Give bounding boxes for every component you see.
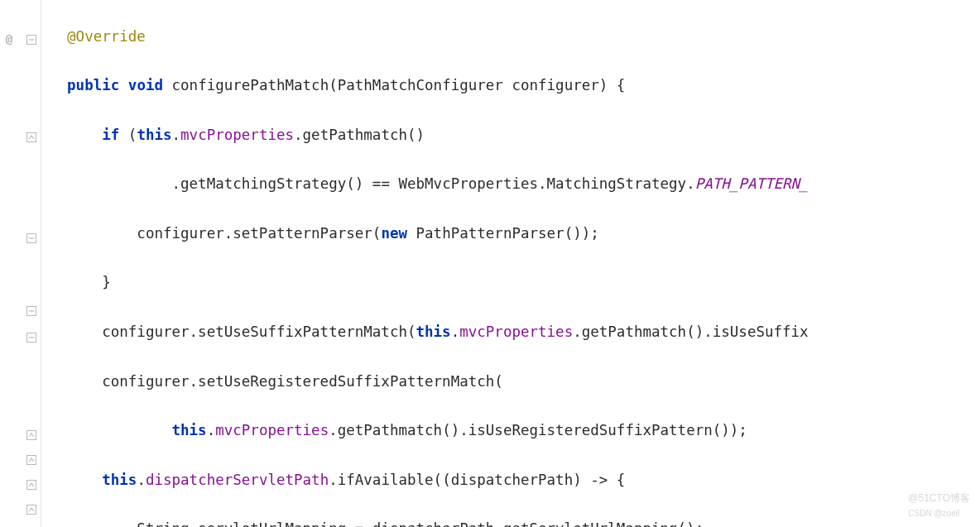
keyword: if <box>102 127 119 143</box>
keyword: new <box>381 225 407 242</box>
code-text: configurer.setPatternParser( <box>137 225 381 242</box>
svg-rect-10 <box>27 456 36 465</box>
code-line: .getMatchingStrategy() == WebMvcProperti… <box>50 172 980 197</box>
fold-marker-up[interactable] <box>26 430 38 442</box>
override-gutter-icon[interactable]: @ <box>0 30 18 50</box>
svg-rect-9 <box>27 431 36 440</box>
code-line: } <box>50 271 980 295</box>
code-editor[interactable]: @Override public void configurePathMatch… <box>50 0 980 527</box>
code-line: if (this.mvcProperties.getPathmatch() <box>50 123 980 148</box>
code-text: . <box>172 127 181 143</box>
keyword: public <box>67 77 119 93</box>
code-text: .getPathmatch() <box>294 127 425 143</box>
code-text: PathPatternParser()); <box>407 225 599 242</box>
code-text: .getMatchingStrategy() == WebMvcProperti… <box>172 175 695 192</box>
svg-rect-2 <box>27 133 36 142</box>
code-line: String servletUrlMapping = dispatcherPat… <box>50 517 980 527</box>
code-text: } <box>102 274 111 290</box>
code-text: .getPathmatch().isUseSuffix <box>573 323 808 340</box>
keyword: void <box>128 77 163 93</box>
field: mvcProperties <box>215 422 329 438</box>
code-line: public void configurePathMatch(PathMatch… <box>50 74 980 98</box>
code-text: configurePathMatch(PathMatchConfigurer c… <box>163 77 625 93</box>
code-text: . <box>207 422 216 438</box>
watermark-text: @51CTO博客 <box>908 490 970 506</box>
code-text: .getPathmatch().isUseRegisteredSuffixPat… <box>329 422 747 438</box>
fold-marker-minus[interactable] <box>26 333 38 344</box>
fold-marker-up[interactable] <box>26 505 38 516</box>
svg-rect-11 <box>27 481 36 490</box>
code-line: @Override <box>50 25 980 50</box>
code-text: configurer.setUseRegisteredSuffixPattern… <box>102 373 503 390</box>
fold-marker-minus[interactable] <box>26 306 38 318</box>
svg-rect-12 <box>27 505 36 515</box>
fold-marker-up[interactable] <box>26 480 38 491</box>
code-text: . <box>451 323 460 340</box>
code-text: . <box>137 472 146 488</box>
code-line: this.dispatcherServletPath.ifAvailable((… <box>50 468 980 493</box>
code-text: .ifAvailable((dispatcherPath) -> { <box>329 472 625 488</box>
keyword: this <box>102 472 137 488</box>
code-line: configurer.setUseSuffixPatternMatch(this… <box>50 320 980 345</box>
code-text: configurer.setUseSuffixPatternMatch( <box>102 323 416 340</box>
editor-gutter: @ <box>0 0 41 527</box>
code-line: this.mvcProperties.getPathmatch().isUseR… <box>50 419 980 443</box>
keyword: this <box>416 323 451 340</box>
field: dispatcherServletPath <box>146 472 329 488</box>
watermark-text: CSDN @zoeil <box>908 506 970 520</box>
field: mvcProperties <box>180 127 294 143</box>
code-line: configurer.setUseRegisteredSuffixPattern… <box>50 370 980 395</box>
code-line: configurer.setPatternParser(new PathPatt… <box>50 222 980 247</box>
field: mvcProperties <box>459 323 573 340</box>
fold-marker-minus[interactable] <box>26 35 38 46</box>
keyword: this <box>172 422 207 438</box>
annotation: @Override <box>67 28 146 45</box>
code-text: String servletUrlMapping = dispatcherPat… <box>137 520 704 527</box>
watermark: @51CTO博客 CSDN @zoeil <box>908 490 970 520</box>
fold-marker-up[interactable] <box>26 132 38 144</box>
fold-marker-up[interactable] <box>26 455 38 467</box>
fold-marker-minus[interactable] <box>26 233 38 245</box>
static-field: PATH_PATTERN_ <box>695 175 809 192</box>
code-text: ( <box>119 127 137 143</box>
keyword: this <box>137 127 171 143</box>
